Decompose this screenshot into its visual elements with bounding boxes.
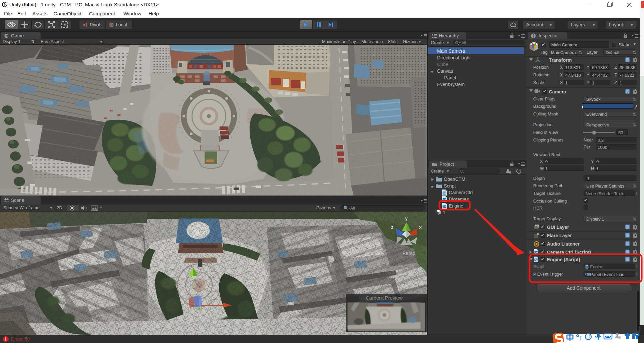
svg-text:C#: C# bbox=[535, 251, 538, 254]
svg-text:x: x bbox=[419, 225, 422, 230]
svg-text:y: y bbox=[405, 216, 408, 221]
svg-text:Persp: Persp bbox=[402, 250, 415, 256]
svg-text:?: ? bbox=[627, 90, 628, 93]
svg-text:C#: C# bbox=[535, 259, 538, 262]
svg-text:Camera Preview: Camera Preview bbox=[366, 295, 403, 301]
svg-text:C#: C# bbox=[443, 205, 446, 208]
svg-text:?: ? bbox=[627, 58, 628, 62]
svg-text:C#: C# bbox=[443, 192, 446, 195]
svg-text:C#: C# bbox=[443, 198, 446, 201]
svg-text:z: z bbox=[391, 225, 393, 230]
